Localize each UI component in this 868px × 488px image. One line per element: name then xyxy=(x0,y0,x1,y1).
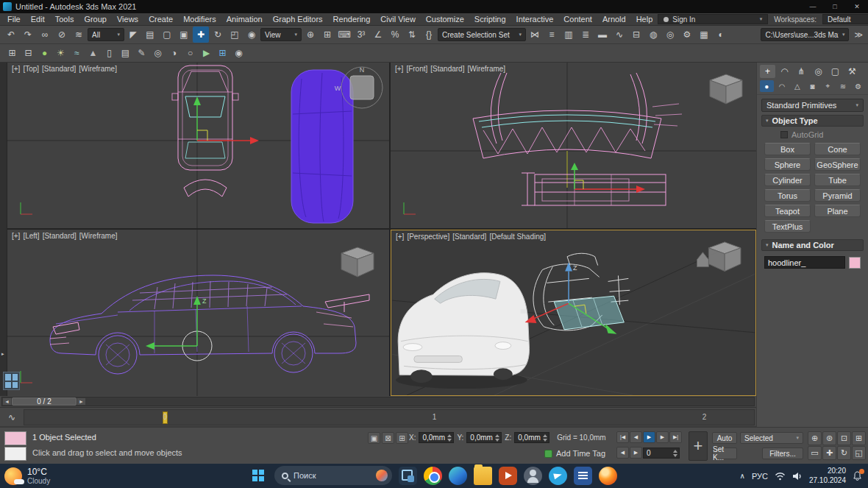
viewport-top[interactable]: [+] [Top] [Standard] [Wireframe] xyxy=(7,63,389,228)
next-frame-arrow[interactable]: ► xyxy=(77,397,86,406)
layer-explorer-icon[interactable]: ≣ xyxy=(577,26,594,43)
spinner-icon[interactable] xyxy=(447,434,452,442)
wave-icon[interactable]: ≈ xyxy=(69,46,85,61)
menu-rendering[interactable]: Rendering xyxy=(328,14,376,24)
viewcube[interactable] xyxy=(341,247,374,277)
minimize-button[interactable]: — xyxy=(802,0,824,13)
viewport-layout-tabs[interactable] xyxy=(3,372,20,390)
sphere-button[interactable]: Sphere xyxy=(764,158,811,171)
render-setup-icon[interactable]: ⚙ xyxy=(679,26,695,43)
previous-frame-button[interactable]: ◀ xyxy=(630,431,642,443)
spinner-icon[interactable] xyxy=(494,434,500,442)
eye-icon[interactable]: ◉ xyxy=(231,46,246,61)
z-coordinate-field[interactable]: 0,0mm xyxy=(514,432,549,443)
material-map-navigator-icon[interactable]: ◎ xyxy=(662,26,678,43)
object-type-rollout[interactable]: ▾ Object Type xyxy=(761,115,864,127)
viewport-renderer-menu[interactable]: [Standard] xyxy=(452,233,486,241)
torus-button[interactable]: Torus xyxy=(764,189,811,202)
ribbon-toggle-icon[interactable]: ▬ xyxy=(594,26,611,43)
menu-file[interactable]: File xyxy=(2,14,26,24)
select-object-icon[interactable]: ◤ xyxy=(125,26,141,43)
play-button[interactable]: ▶ xyxy=(643,431,655,443)
spinner-icon[interactable] xyxy=(542,434,548,442)
move-gizmo[interactable] xyxy=(193,96,259,144)
start-button[interactable] xyxy=(249,466,268,485)
volume-icon[interactable] xyxy=(792,472,803,481)
spinner-icon[interactable] xyxy=(672,449,678,457)
select-by-name-icon[interactable]: ▤ xyxy=(142,26,158,43)
viewport-shading-menu[interactable]: [Wireframe] xyxy=(79,232,118,240)
percent-snap-icon[interactable]: % xyxy=(387,26,403,43)
hierarchy-tab[interactable]: ⋔ xyxy=(794,65,809,78)
teapot-button[interactable]: Teapot xyxy=(764,205,811,217)
menu-animation[interactable]: Animation xyxy=(221,14,268,24)
scene-explorer-toggle-icon[interactable]: ⊞ xyxy=(4,46,20,61)
box-button[interactable]: Box xyxy=(764,143,811,155)
named-selection-sets-icon[interactable]: {} xyxy=(421,26,437,43)
viewport-perspective[interactable]: [+] [Perspective] [Standard] [Default Sh… xyxy=(391,230,756,396)
notifications-icon[interactable] xyxy=(853,471,862,481)
selected-plane[interactable] xyxy=(554,296,624,330)
viewport-shading-menu[interactable]: [Wireframe] xyxy=(79,65,117,73)
frame-ruler[interactable]: 012 xyxy=(24,409,755,425)
viewport-front-canvas[interactable] xyxy=(391,63,756,228)
menu-modifiers[interactable]: Modifiers xyxy=(178,14,221,24)
key-filters-button[interactable]: Filters... xyxy=(762,448,803,459)
maxscript-mini-listener[interactable] xyxy=(4,431,26,461)
y-coordinate-field[interactable]: 0,0mm xyxy=(466,432,502,443)
add-time-tag[interactable]: Add Time Tag xyxy=(544,449,605,458)
next-frame-button[interactable]: ▶ xyxy=(656,431,669,443)
brightness-icon[interactable]: ☀ xyxy=(53,46,68,61)
named-selection-set-dropdown[interactable]: Create Selection Set ▾ xyxy=(438,28,526,41)
select-and-move-icon[interactable]: ✚ xyxy=(193,26,209,43)
sign-in-button[interactable]: Sign In ▾ xyxy=(658,14,768,24)
shapes-category-icon[interactable]: ◠ xyxy=(775,80,789,92)
panel-icon[interactable]: ▯ xyxy=(102,46,117,61)
menu-scripting[interactable]: Scripting xyxy=(469,14,511,24)
viewport-top-canvas[interactable]: N W xyxy=(7,63,389,228)
weather-widget[interactable]: 10°C Cloudy xyxy=(4,467,50,485)
viewport-general-menu[interactable]: [+] xyxy=(12,232,20,240)
orbit-icon[interactable]: ↻ xyxy=(837,446,851,460)
time-slider[interactable]: ◄ 0 / 2 ► xyxy=(0,396,756,408)
spinner-snap-icon[interactable]: ⇅ xyxy=(404,26,420,43)
modify-tab[interactable]: ◠ xyxy=(777,65,792,78)
selection-lock-icon[interactable]: ⊠ xyxy=(382,432,394,444)
scene-explorer-icon[interactable]: ▥ xyxy=(561,26,577,43)
menu-civil-view[interactable]: Civil View xyxy=(375,14,420,24)
media-player-icon[interactable] xyxy=(499,467,517,485)
grid-add-icon[interactable]: ⊞ xyxy=(215,46,230,61)
select-and-place-icon[interactable]: ◉ xyxy=(243,26,260,43)
plane-button[interactable]: Plane xyxy=(814,205,861,217)
viewport-shading-menu[interactable]: [Default Shading] xyxy=(489,233,546,241)
zoom-extents-all-icon[interactable]: ⊞ xyxy=(852,431,866,445)
torus-icon[interactable]: ◎ xyxy=(150,46,166,61)
layer-explorer-toggle-icon[interactable]: ⊟ xyxy=(21,46,36,61)
spacewarps-category-icon[interactable]: ≋ xyxy=(836,80,850,92)
isolate-selection-icon[interactable]: ▣ xyxy=(368,432,380,444)
zoom-region-icon[interactable]: ▭ xyxy=(808,446,822,460)
render-production-icon[interactable]: ◐ xyxy=(713,26,729,43)
zoom-all-icon[interactable]: ⊛ xyxy=(822,431,836,445)
terrain-icon[interactable]: ▲ xyxy=(85,46,101,61)
tray-expand-icon[interactable]: ∧ xyxy=(740,472,745,480)
absolute-mode-icon[interactable]: ⊞ xyxy=(396,432,408,444)
zoom-extents-icon[interactable]: ⊡ xyxy=(837,431,851,445)
key-step-forward-button[interactable]: ▶ xyxy=(630,447,642,459)
menu-interactive[interactable]: Interactive xyxy=(511,14,559,24)
textplus-button[interactable]: TextPlus xyxy=(764,220,811,233)
use-pivot-center-icon[interactable]: ⊕ xyxy=(302,26,319,43)
move-gizmo[interactable] xyxy=(571,163,645,193)
workspaces-dropdown[interactable]: Default ▾ xyxy=(822,14,868,24)
selection-filter-dropdown[interactable]: All ▾ xyxy=(88,28,124,41)
select-and-scale-icon[interactable]: ◰ xyxy=(227,26,243,43)
key-step-back-button[interactable]: ◀ xyxy=(616,447,629,459)
undo-icon[interactable]: ↶ xyxy=(3,26,19,43)
x-coordinate-field[interactable]: 0,0mm xyxy=(419,432,454,443)
time-slider-handle[interactable]: 0 / 2 xyxy=(12,397,77,406)
helpers-category-icon[interactable]: ⌖ xyxy=(821,80,835,92)
schematic-view-icon[interactable]: ⊟ xyxy=(628,26,644,43)
chrome-icon[interactable] xyxy=(424,467,442,485)
menu-tools[interactable]: Tools xyxy=(50,14,79,24)
create-tab[interactable]: + xyxy=(760,65,775,78)
